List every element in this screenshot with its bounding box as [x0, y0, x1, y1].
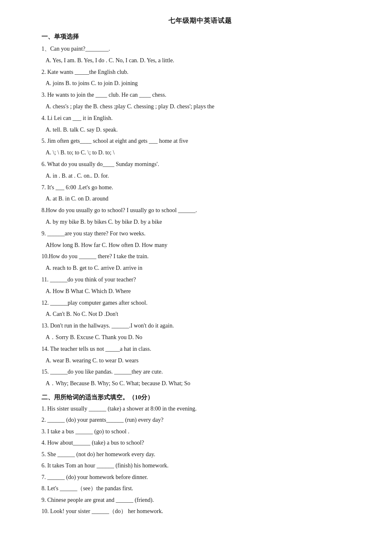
question-3: 3. He wants to join the ____ club. He ca…	[41, 90, 359, 112]
fill-question-6: 6. It takes Tom an hour ______ (finish) …	[41, 461, 359, 471]
fill-question-7: 7. ______ (do) your homework before dinn…	[41, 472, 359, 483]
question-text-13: 13. Don't run in the hallways. ______.I …	[41, 321, 359, 331]
fill-question-1: 1. His sister usually ______ (take) a sh…	[41, 404, 359, 414]
fill-question-3: 3. I take a bus ______ (go) to school .	[41, 427, 359, 437]
question-text-10: 10.How do you ______ there? I take the t…	[41, 252, 359, 262]
fill-question-10: 10. Look! your sister ______（do） her hom…	[41, 506, 359, 517]
options-1: A. Yes, I am. B. Yes, I do . C. No, I ca…	[41, 56, 359, 66]
question-13: 13. Don't run in the hallways. ______.I …	[41, 321, 359, 342]
fill-question-8: 8. Let's ______（see）the pandas first.	[41, 484, 359, 494]
question-text-15: 15. ______do you like pandas. ______they…	[41, 367, 359, 377]
question-8: 8.How do you usually go to school? I usu…	[41, 205, 359, 227]
question-15: 15. ______do you like pandas. ______they…	[41, 367, 359, 389]
question-text-6: 6. What do you usually do____ Sunday mor…	[41, 159, 359, 169]
question-text-12: 12. ______play computer games after scho…	[41, 298, 359, 308]
question-11: 11. ______do you think of your teacher? …	[41, 275, 359, 296]
options-13: A．Sorry B. Excuse C. Thank you D. No	[41, 333, 359, 342]
question-5: 5. Jim often gets____ school at eight an…	[41, 136, 359, 158]
question-text-14: 14. The teacher tells us not _____a hat …	[41, 344, 359, 354]
question-4: 4. Li Lei can ___ it in English.A. tell.…	[41, 113, 359, 135]
question-text-4: 4. Li Lei can ___ it in English.	[41, 113, 359, 123]
options-8: A. by my bike B. by bikes C. by bike D. …	[41, 217, 359, 227]
question-2: 2. Kate wants _____the English club.A. j…	[41, 67, 359, 89]
question-text-5: 5. Jim often gets____ school at eight an…	[41, 136, 359, 146]
page-title: 七年级期中英语试题	[41, 17, 359, 25]
section1-questions: 1、Can you paint?________.A. Yes, I am. B…	[41, 44, 359, 389]
question-text-9: 9. ______are you stay there? For two wee…	[41, 229, 359, 239]
question-1: 1、Can you paint?________.A. Yes, I am. B…	[41, 44, 359, 66]
fill-question-5: 5. She ______ (not do) her homework ever…	[41, 450, 359, 460]
question-text-2: 2. Kate wants _____the English club.	[41, 67, 359, 77]
fill-question-2: 2. ______ (do) your parents______ (run) …	[41, 415, 359, 425]
options-11: A. How B What C. Which D. Where	[41, 286, 359, 296]
fill-question-9: 9. Chinese people are great and ______ (…	[41, 495, 359, 506]
question-14: 14. The teacher tells us not _____a hat …	[41, 344, 359, 366]
options-12: A. Can't B. No C. Not D .Don't	[41, 309, 359, 319]
options-2: A. joins B. to joins C. to join D. joini…	[41, 78, 359, 88]
question-text-7: 7. It's ___ 6:00 .Let's go home.	[41, 183, 359, 193]
question-6: 6. What do you usually do____ Sunday mor…	[41, 159, 359, 181]
question-text-11: 11. ______do you think of your teacher?	[41, 275, 359, 285]
question-9: 9. ______are you stay there? For two wee…	[41, 229, 359, 250]
question-7: 7. It's ___ 6:00 .Let's go home.A. at B.…	[41, 183, 359, 204]
section1-title: 一、单项选择	[41, 33, 359, 41]
section2-title: 二、用所给词的适当形式填空。（10分）	[41, 394, 359, 401]
options-10: A. reach to B. get to C. arrive D. arriv…	[41, 263, 359, 273]
options-6: A. in . B. at . C. on.. D. for.	[41, 171, 359, 181]
options-3: A. chess's ; play the B. chess ;play C. …	[41, 102, 359, 112]
question-10: 10.How do you ______ there? I take the t…	[41, 252, 359, 273]
options-14: A. wear B. wearing C. to wear D. wears	[41, 356, 359, 366]
fill-question-4: 4. How about______ (take) a bus to schoo…	[41, 438, 359, 448]
question-text-3: 3. He wants to join the ____ club. He ca…	[41, 90, 359, 100]
question-12: 12. ______play computer games after scho…	[41, 298, 359, 320]
question-text-8: 8.How do you usually go to school? I usu…	[41, 205, 359, 215]
options-4: A. tell. B. talk C. say D. speak.	[41, 125, 359, 135]
options-5: A. \; \ B. to; to C. \; to D. to; \	[41, 148, 359, 158]
options-15: A．Why; Because B. Why; So C. What; becau…	[41, 379, 359, 389]
question-text-1: 1、Can you paint?________.	[41, 44, 359, 54]
options-7: A. at B. in C. on D. around	[41, 194, 359, 204]
options-9: AHow long B. How far C. How often D. How…	[41, 240, 359, 250]
section2-questions: 1. His sister usually ______ (take) a sh…	[41, 404, 359, 517]
